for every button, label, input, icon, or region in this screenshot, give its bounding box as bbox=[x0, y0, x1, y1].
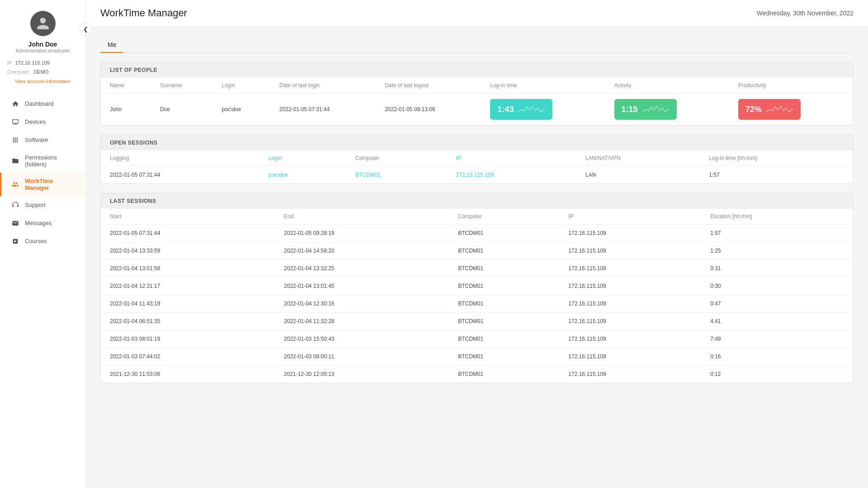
avatar bbox=[30, 11, 56, 36]
grid-icon bbox=[11, 136, 19, 144]
cell-duration: 7:49 bbox=[701, 330, 853, 348]
activity-badge: 1:15 bbox=[614, 99, 677, 120]
cell-duration: 4:41 bbox=[701, 313, 853, 330]
cell-lan: LAN bbox=[576, 166, 700, 184]
sidebar-item-label: Devices bbox=[25, 118, 46, 125]
col-ip: IP bbox=[447, 150, 576, 166]
list-of-people-table: Name Surname Login Date of last login Da… bbox=[101, 78, 853, 125]
sidebar-item-worktime[interactable]: WorkTime Manager bbox=[0, 173, 85, 196]
cell-computer: BTCDM01 bbox=[449, 277, 559, 295]
sidebar-item-software[interactable]: Software bbox=[0, 131, 85, 149]
cell-duration: 0:12 bbox=[701, 366, 853, 383]
col-lan: LAN/NAT/VPN bbox=[576, 150, 700, 166]
sidebar-item-label: Messages bbox=[25, 220, 52, 226]
col-end: End bbox=[275, 209, 449, 225]
cell-surname: Doe bbox=[151, 94, 213, 126]
monitor-icon bbox=[11, 118, 19, 126]
list-of-people-header: LIST OF PEOPLE bbox=[101, 62, 853, 78]
cell-duration: 1:25 bbox=[701, 242, 853, 260]
cell-computer: BTCDM01 bbox=[449, 225, 559, 242]
cell-duration: 0:30 bbox=[701, 277, 853, 295]
nav-list: Dashboard Devices Software Permissions (… bbox=[0, 95, 85, 250]
nav-collapse-button[interactable]: ❮ bbox=[79, 23, 92, 35]
last-sessions-body: Start End Computer IP Duration [hh:mm] 2… bbox=[101, 209, 853, 383]
chevron-left-icon: ❮ bbox=[83, 26, 88, 33]
cell-login-time: 1:57 bbox=[700, 166, 853, 184]
last-sessions-table: Start End Computer IP Duration [hh:mm] 2… bbox=[101, 209, 853, 383]
last-sessions-card: LAST SESSIONS Start End Computer IP Dura… bbox=[100, 193, 854, 383]
sidebar-item-messages[interactable]: Messages bbox=[0, 214, 85, 232]
view-account-link[interactable]: View account information bbox=[15, 79, 71, 84]
list-of-people-card: LIST OF PEOPLE Name Surname Login Date o… bbox=[100, 62, 854, 126]
table-header-row: Name Surname Login Date of last login Da… bbox=[101, 78, 853, 94]
open-sessions-card: OPEN SESSIONS Logging Login Computer IP … bbox=[100, 135, 854, 184]
cell-end: 2022-01-04 13:01:45 bbox=[275, 277, 449, 295]
cell-last-logout: 2022-01-05 09:13:06 bbox=[376, 94, 481, 126]
cell-computer: BTCDM01 bbox=[449, 348, 559, 366]
headset-icon bbox=[11, 201, 19, 209]
cell-ip: 172.16.115.109 bbox=[559, 348, 701, 366]
cell-computer: BTCDM01 bbox=[449, 366, 559, 383]
list-of-people-body: Name Surname Login Date of last login Da… bbox=[101, 78, 853, 125]
login-time-badge: 1:43 bbox=[490, 99, 552, 120]
col-surname: Surname bbox=[151, 78, 213, 94]
sidebar-item-courses[interactable]: Courses bbox=[0, 232, 85, 250]
cell-ip: 172.16.115.109 bbox=[559, 260, 701, 277]
cell-start: 2022-01-03 08:01:19 bbox=[101, 330, 275, 348]
col-login: Login bbox=[259, 150, 346, 166]
cell-ip: 172.16.115.109 bbox=[559, 313, 701, 330]
cell-computer: BTCDM01 bbox=[449, 260, 559, 277]
sidebar-item-dashboard[interactable]: Dashboard bbox=[0, 95, 85, 113]
top-bar: WorkTime Manager Wednesday, 30th Novembe… bbox=[86, 0, 868, 27]
cell-start: 2022-01-04 06:51:35 bbox=[101, 313, 275, 330]
col-computer: Computer bbox=[449, 209, 559, 225]
cell-duration: 0:31 bbox=[701, 260, 853, 277]
mail-icon bbox=[11, 219, 19, 227]
sidebar-item-support[interactable]: Support bbox=[0, 196, 85, 214]
table-row: 2022-01-05 07:31:44 2022-01-05 09:28:19 … bbox=[101, 225, 853, 242]
home-icon bbox=[11, 100, 19, 108]
cell-login: poc\doe bbox=[259, 166, 346, 184]
open-sessions-header: OPEN SESSIONS bbox=[101, 135, 853, 150]
cell-end: 2022-01-04 14:58:20 bbox=[275, 242, 449, 260]
folder-icon bbox=[11, 157, 19, 165]
cell-ip: 172.16.115.109 bbox=[559, 330, 701, 348]
sidebar-item-label: Dashboard bbox=[25, 100, 54, 107]
sidebar-item-permissions[interactable]: Permissions (folders) bbox=[0, 149, 85, 173]
cell-start: 2022-01-05 07:31:44 bbox=[101, 225, 275, 242]
col-computer: Computer bbox=[346, 150, 447, 166]
col-last-login: Date of last login bbox=[270, 78, 376, 94]
app-title: WorkTime Manager bbox=[100, 7, 187, 19]
cell-computer: BTCDM01 bbox=[346, 166, 447, 184]
sidebar-item-devices[interactable]: Devices bbox=[0, 113, 85, 131]
cell-start: 2022-01-04 13:33:59 bbox=[101, 242, 275, 260]
sidebar-item-label: Permissions (folders) bbox=[25, 154, 75, 168]
cell-ip: 172.16.115.109 bbox=[559, 225, 701, 242]
table-row: 2022-01-04 12:31:17 2022-01-04 13:01:45 … bbox=[101, 277, 853, 295]
tab-me[interactable]: Me bbox=[100, 38, 123, 53]
cell-start: 2022-01-04 11:43:19 bbox=[101, 295, 275, 313]
table-row: 2022-01-03 08:01:19 2022-01-03 15:50:43 … bbox=[101, 330, 853, 348]
cell-end: 2022-01-03 15:50:43 bbox=[275, 330, 449, 348]
cell-ip: 172.16.115.109 bbox=[559, 295, 701, 313]
table-header-row: Start End Computer IP Duration [hh:mm] bbox=[101, 209, 853, 225]
col-activity: Activity bbox=[605, 78, 729, 94]
cell-name: John bbox=[101, 94, 151, 126]
cell-login-time: 1:43 bbox=[481, 94, 605, 126]
content-area: Me LIST OF PEOPLE Name Surname Login Dat… bbox=[86, 27, 868, 488]
cell-ip: 172.16.115.109 bbox=[559, 277, 701, 295]
cell-end: 2022-01-04 11:32:28 bbox=[275, 313, 449, 330]
sidebar-item-label: Courses bbox=[25, 238, 47, 244]
cell-ip: 172.16.115.109 bbox=[447, 166, 576, 184]
last-sessions-header: LAST SESSIONS bbox=[101, 193, 853, 209]
productivity-badge: 72% bbox=[738, 99, 801, 120]
cell-end: 2022-01-05 09:28:19 bbox=[275, 225, 449, 242]
col-last-logout: Date of last logout bbox=[376, 78, 481, 94]
open-sessions-table: Logging Login Computer IP LAN/NAT/VPN Lo… bbox=[101, 150, 853, 183]
table-row: 2022-01-04 06:51:35 2022-01-04 11:32:28 … bbox=[101, 313, 853, 330]
main-content: WorkTime Manager Wednesday, 30th Novembe… bbox=[86, 0, 868, 488]
sidebar-item-label: WorkTime Manager bbox=[25, 178, 75, 191]
cell-start: 2022-01-03 07:44:02 bbox=[101, 348, 275, 366]
people-icon bbox=[11, 180, 19, 188]
sidebar: ❮ John Doe Administrative employee IP 17… bbox=[0, 0, 86, 488]
